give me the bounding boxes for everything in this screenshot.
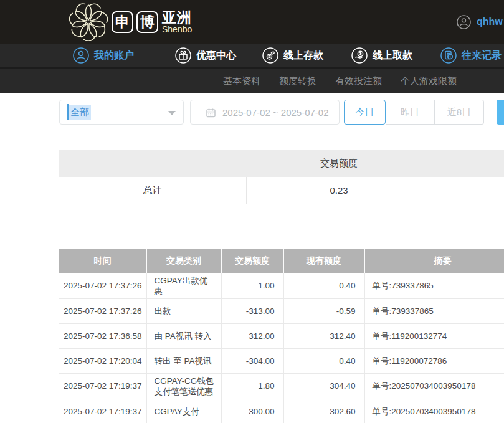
subnav-item-personal-game-limit[interactable]: 个人游戏限额 — [401, 75, 457, 87]
last-8-days-button[interactable]: 近8日 — [435, 100, 484, 125]
calendar-icon — [206, 107, 216, 118]
table-row: 2025-07-02 17:20:04 转出 至 PA视讯 -304.00 0.… — [59, 348, 504, 373]
summary-header-row: 交易额度 — [59, 150, 504, 177]
person-icon — [73, 47, 89, 64]
transactions-table: 时间 交易类别 交易额度 现有额度 摘要 2025-07-02 17:37:26… — [59, 249, 504, 423]
user-account[interactable]: qhhw — [457, 0, 503, 44]
brand-wordmark: 亚洲 Shenbo — [162, 10, 192, 34]
col-header-type: 交易类别 — [146, 249, 221, 273]
tx-amount: -304.00 — [221, 348, 283, 373]
today-button[interactable]: 今日 — [344, 100, 386, 125]
subnav-item-valid-bets[interactable]: 有效投注额 — [335, 75, 382, 87]
tx-summary: 单号:739337865 — [364, 273, 504, 299]
tx-balance: 304.40 — [283, 373, 364, 399]
records-clipboard-icon — [440, 47, 457, 64]
brand-latin: Shenbo — [162, 25, 192, 34]
quick-date-buttons: 今日 昨日 近8日 — [344, 100, 484, 125]
date-range-input[interactable]: 2025-07-02 ~ 2025-07-02 — [190, 100, 340, 125]
nav-label: 优惠中心 — [196, 49, 236, 62]
tx-amount: 1.00 — [221, 273, 283, 299]
col-header-summary: 摘要 — [364, 249, 504, 273]
table-row: 2025-07-02 17:37:26 CGPAY出款优惠 1.00 0.40 … — [59, 273, 504, 299]
avatar-icon — [457, 15, 471, 29]
gift-icon — [175, 47, 191, 64]
nav-label: 我的账户 — [94, 49, 134, 62]
col-header-amount: 交易额度 — [221, 249, 283, 273]
tx-amount: -313.00 — [221, 298, 283, 323]
chevron-down-icon — [168, 111, 176, 115]
tx-summary: 单号:119200072786 — [364, 348, 504, 373]
tx-summary: 单号:202507034003950178 — [364, 399, 504, 423]
date-range-value: 2025-07-02 ~ 2025-07-02 — [222, 107, 329, 118]
tx-time: 2025-07-02 17:37:26 — [59, 298, 146, 323]
tx-type: 转出 至 PA视讯 — [146, 348, 221, 373]
tx-time: 2025-07-02 17:19:37 — [59, 373, 146, 399]
tx-time: 2025-07-02 17:37:26 — [59, 273, 146, 299]
table-row: 2025-07-02 17:19:37 CGPAY支付 300.00 302.6… — [59, 399, 504, 423]
table-row: 2025-07-02 17:36:58 由 PA视讯 转入 312.00 312… — [59, 323, 504, 348]
nav-item-my-account[interactable]: 我的账户 — [73, 47, 134, 64]
nav-label: 线上存款 — [283, 49, 323, 62]
tx-time: 2025-07-02 17:20:04 — [59, 348, 146, 373]
table-row: 2025-07-02 17:37:26 出款 -313.00 -0.59 单号:… — [59, 298, 504, 323]
tx-type: 由 PA视讯 转入 — [146, 323, 221, 348]
selected-type-value: 全部 — [69, 105, 91, 120]
summary-table: 交易额度 总计 0.23 — [59, 150, 504, 204]
flower-logo-icon — [69, 2, 108, 41]
summary-total-value: 0.23 — [246, 177, 432, 204]
col-header-balance: 现有额度 — [283, 249, 364, 273]
summary-total-row: 总计 0.23 — [59, 177, 504, 204]
table-row: 2025-07-02 17:19:37 CGPAY-CG钱包支付笔笔送优惠 1.… — [59, 373, 504, 399]
tx-balance: -0.59 — [283, 298, 364, 323]
tx-type: CGPAY-CG钱包支付笔笔送优惠 — [146, 373, 221, 399]
main-nav: 我的账户 优惠中心 线上存款 线上取款 往来记录 — [0, 44, 504, 69]
username: qhhw — [477, 16, 503, 27]
sub-nav: 基本资料 额度转换 有效投注额 个人游戏限额 — [0, 69, 504, 93]
nav-item-online-withdrawal[interactable]: 线上取款 — [351, 47, 412, 64]
top-header: 申 博 亚洲 Shenbo qhhw — [0, 0, 504, 44]
deposit-hand-icon — [262, 47, 278, 64]
tx-type: 出款 — [146, 298, 221, 323]
withdraw-hand-icon — [351, 47, 368, 64]
tx-type: CGPAY支付 — [146, 399, 221, 423]
col-header-time: 时间 — [59, 249, 146, 273]
tx-balance: 0.40 — [283, 273, 364, 299]
subnav-item-credit-transfer[interactable]: 额度转换 — [279, 75, 316, 87]
nav-label: 线上取款 — [373, 49, 412, 62]
transactions-header-row: 时间 交易类别 交易额度 现有额度 摘要 — [59, 249, 504, 273]
brand-char-2: 博 — [136, 11, 158, 33]
brand-region: 亚洲 — [162, 10, 192, 25]
summary-empty-cell — [432, 177, 504, 204]
tx-balance: 0.40 — [283, 348, 364, 373]
tx-amount: 1.80 — [221, 373, 283, 399]
tx-type: CGPAY出款优惠 — [146, 273, 221, 299]
summary-header-spacer — [432, 150, 504, 177]
tx-time: 2025-07-02 17:19:37 — [59, 399, 146, 423]
tx-summary: 单号:202507034003950178 — [364, 373, 504, 399]
summary-total-label: 总计 — [59, 177, 246, 204]
filter-row: 全部 2025-07-02 ~ 2025-07-02 今日 昨日 近8日 — [59, 100, 504, 125]
tx-balance: 312.40 — [283, 323, 364, 348]
yesterday-button[interactable]: 昨日 — [386, 100, 435, 125]
tx-balance: 302.60 — [283, 399, 364, 423]
tx-amount: 300.00 — [221, 399, 283, 423]
brand-logo[interactable]: 申 博 亚洲 Shenbo — [69, 2, 192, 41]
subnav-item-basic-info[interactable]: 基本资料 — [223, 75, 260, 87]
nav-item-online-deposit[interactable]: 线上存款 — [262, 47, 323, 64]
transaction-type-select[interactable]: 全部 — [59, 100, 184, 125]
nav-label: 往来记录 — [462, 49, 502, 62]
summary-header-spacer — [59, 150, 246, 177]
tx-summary: 单号:739337865 — [364, 298, 504, 323]
nav-item-transaction-records[interactable]: 往来记录 — [440, 47, 502, 64]
brand-char-1: 申 — [112, 11, 133, 33]
tx-summary: 单号:119200132774 — [364, 323, 504, 348]
tx-amount: 312.00 — [221, 323, 283, 348]
search-button[interactable] — [497, 100, 504, 125]
tx-time: 2025-07-02 17:36:58 — [59, 323, 146, 348]
summary-header-amount: 交易额度 — [246, 150, 432, 177]
nav-item-promo-center[interactable]: 优惠中心 — [175, 47, 236, 64]
